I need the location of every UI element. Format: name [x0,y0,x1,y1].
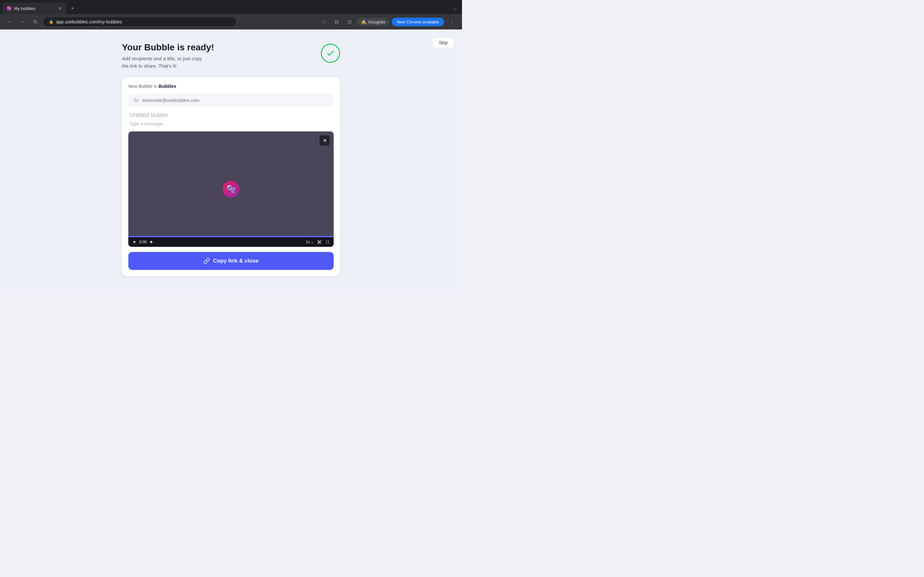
speed-chevron-icon: ⌄ [310,240,314,244]
play-button[interactable] [132,240,137,244]
tab-bar: 🫧 My bubbles ✕ + ⌄ [0,0,462,14]
extensions-button[interactable]: ⊡ [344,17,355,27]
workspace-name: Bubbles [158,84,176,89]
recipient-input[interactable] [142,98,328,103]
tab-close-button[interactable]: ✕ [57,5,63,11]
to-label: To: [134,98,140,103]
forward-button[interactable]: → [18,17,27,26]
bookmark-button[interactable]: ☆ [318,17,329,27]
incognito-icon: 🕵 [361,19,367,24]
video-close-button[interactable]: ✕ [320,135,330,145]
active-tab[interactable]: 🫧 My bubbles ✕ [3,3,67,14]
time-display: 0:00 [139,240,147,244]
link-icon [204,258,210,264]
browser-menu-button[interactable]: ⋮ [447,17,457,27]
back-button[interactable]: ← [5,17,14,26]
incognito-button[interactable]: 🕵 Incognito [357,18,389,26]
tab-overflow-button[interactable]: ⌄ [451,4,459,13]
copy-link-button[interactable]: Copy link & close [128,252,334,270]
page-heading: Your Bubble is ready! [122,42,214,53]
video-logo: 🫧 [223,181,239,197]
video-player: ✕ 🫧 0:00 [128,131,334,247]
url-text: app.usebubbles.com/my-bubbles [56,19,122,24]
browser-chrome: 🫧 My bubbles ✕ + ⌄ ← → ↻ 🔒 app.usebubble… [0,0,462,29]
fullscreen-button[interactable] [325,240,330,244]
toolbar-right: ☆ ⊟ ⊡ 🕵 Incognito New Chrome available ⋮ [318,17,457,27]
to-field[interactable]: To: [128,94,334,107]
success-check-icon [321,44,340,63]
new-tab-button[interactable]: + [68,4,77,13]
url-bar[interactable]: 🔒 app.usebubbles.com/my-bubbles [44,17,236,26]
controls-right: 1x ⌄ [306,240,330,244]
card-header: New Bubble in Bubbles [128,84,334,89]
header-text: Your Bubble is ready! Add recipients and… [122,42,214,69]
bubble-card: New Bubble in Bubbles To: Untitled bubbl… [122,77,340,276]
reload-button[interactable]: ↻ [31,17,40,26]
secure-icon: 🔒 [49,19,53,24]
tab-search-button[interactable]: ⊟ [331,17,342,27]
video-controls: 0:00 1x ⌄ [128,236,334,247]
trim-button[interactable] [317,240,322,244]
address-bar: ← → ↻ 🔒 app.usebubbles.com/my-bubbles ☆ … [0,14,462,29]
mute-button[interactable] [149,240,154,244]
copy-link-label: Copy link & close [213,258,258,264]
bubble-title-field[interactable]: Untitled bubble [128,112,334,119]
speed-label: 1x [306,240,310,244]
bubbles-logo-icon: 🫧 [223,181,239,197]
incognito-label: Incognito [368,19,385,24]
tab-favicon: 🫧 [6,6,11,11]
card-header-prefix: New Bubble in [128,84,158,89]
subtext-line1: Add recipients and a title, or just copy [122,56,202,61]
header-section: Your Bubble is ready! Add recipients and… [122,42,340,69]
speed-button[interactable]: 1x ⌄ [306,240,314,244]
new-chrome-button[interactable]: New Chrome available [392,18,444,26]
controls-row: 0:00 1x ⌄ [128,237,334,247]
skip-button[interactable]: Skip [432,37,454,48]
page-subtext: Add recipients and a title, or just copy… [122,55,214,69]
page-content: Skip Your Bubble is ready! Add recipient… [0,29,462,288]
tab-title: My bubbles [14,6,55,11]
subtext-line2: the link to share. That's it! [122,63,176,69]
message-field[interactable]: Type a message... [128,121,334,126]
